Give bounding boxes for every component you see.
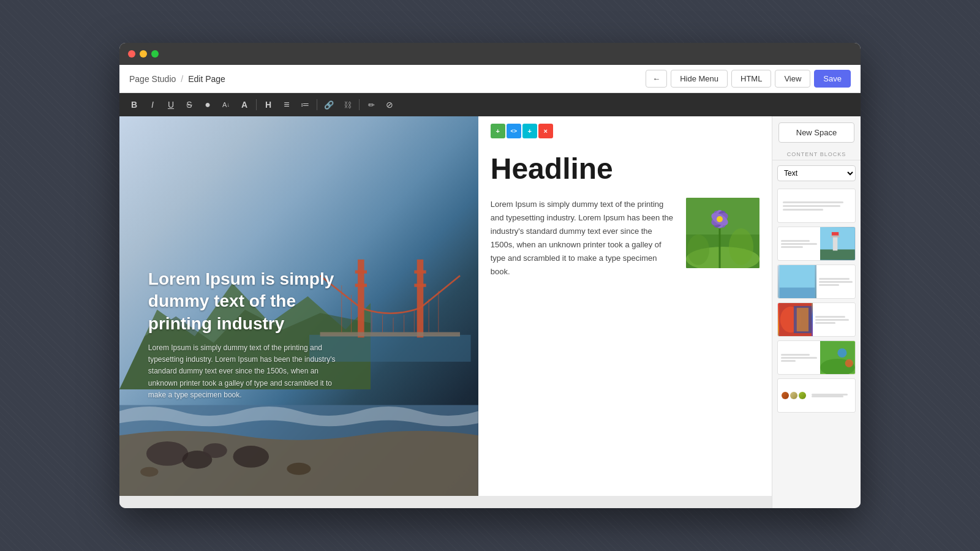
thumb-img-svg — [778, 265, 816, 298]
thumb-lighthouse-svg — [820, 227, 855, 260]
block-thumb-6[interactable] — [777, 378, 856, 413]
hero-content-right: + <> + × Headline Lorem Ipsum is simply … — [478, 116, 772, 496]
breadcrumb-root[interactable]: Page Studio — [129, 74, 176, 84]
thumb-text — [778, 227, 820, 260]
content-image — [686, 198, 760, 268]
svg-point-23 — [233, 446, 269, 468]
block-remove-button[interactable]: × — [538, 124, 553, 138]
thumb-3-content — [778, 265, 855, 298]
new-space-button[interactable]: New Space — [778, 122, 854, 143]
maximize-button[interactable] — [151, 50, 159, 58]
svg-point-54 — [845, 359, 853, 367]
italic-button[interactable]: I — [144, 97, 161, 113]
thumb-img-left-section — [778, 265, 816, 298]
back-button[interactable]: ← — [646, 70, 667, 88]
thumb-5-img — [820, 341, 855, 374]
block-plus-button[interactable]: + — [522, 124, 537, 138]
thumb-line — [781, 246, 803, 248]
font-size-down-button[interactable]: A↓ — [217, 97, 235, 113]
svg-rect-39 — [820, 249, 855, 260]
toolbar-divider-1 — [256, 99, 257, 110]
underline-button[interactable]: U — [162, 97, 179, 113]
svg-point-37 — [687, 234, 709, 265]
app-window: Page Studio / Edit Page ← Hide Menu HTML… — [119, 43, 861, 508]
heading-button[interactable]: H — [260, 97, 277, 113]
content-body-text[interactable]: Lorem Ipsum is simply dummy text of the … — [491, 198, 676, 279]
svg-point-53 — [838, 348, 847, 358]
block-code-button[interactable]: <> — [507, 124, 521, 138]
thumb-6-lines — [812, 394, 851, 397]
svg-rect-42 — [831, 236, 840, 238]
page-content: Lorem Ipsum is simply dummy text of the … — [119, 116, 772, 508]
strikethrough-button[interactable]: S — [181, 97, 198, 113]
minimize-button[interactable] — [140, 50, 147, 58]
block-thumb-5[interactable] — [777, 340, 856, 375]
thumb-line — [819, 281, 853, 283]
svg-rect-7 — [415, 271, 426, 274]
main-content: Lorem Ipsum is simply dummy text of the … — [119, 116, 861, 508]
canvas-area[interactable]: Lorem Ipsum is simply dummy text of the … — [119, 116, 772, 508]
thumb-5-content — [778, 341, 855, 374]
html-button[interactable]: HTML — [731, 70, 771, 88]
unlink-button[interactable]: ⛓ — [339, 97, 356, 113]
block-thumb-1[interactable] — [777, 189, 856, 223]
toolbar-divider-2 — [317, 99, 317, 110]
align-button[interactable]: ≡ — [278, 97, 295, 113]
svg-rect-6 — [355, 284, 367, 287]
breadcrumb: Page Studio / Edit Page — [129, 74, 225, 84]
link-button[interactable]: 🔗 — [320, 97, 337, 113]
thumb-5-text — [778, 341, 820, 374]
thumb-1-content — [778, 198, 855, 214]
block-thumb-2[interactable] — [777, 227, 856, 261]
thumb-line — [781, 357, 817, 359]
save-button[interactable]: Save — [814, 70, 851, 88]
svg-point-35 — [717, 216, 723, 222]
thumb-line — [815, 319, 849, 321]
close-button[interactable] — [128, 50, 135, 58]
color-button[interactable]: ✏ — [363, 97, 380, 113]
thumb-line — [781, 354, 810, 356]
svg-point-25 — [287, 462, 311, 474]
header-actions: ← Hide Menu HTML View Save — [646, 70, 851, 88]
thumb-circles — [782, 392, 806, 399]
thumb-4-content — [778, 303, 855, 336]
thumb-line — [783, 209, 823, 211]
list-button[interactable]: ≔ — [296, 97, 314, 113]
block-add-button[interactable]: + — [491, 124, 505, 138]
thumb-line — [783, 201, 843, 203]
thumb-line — [812, 395, 843, 397]
svg-point-22 — [203, 443, 227, 458]
thumb-image — [820, 227, 855, 260]
toolbar-divider-3 — [359, 99, 360, 110]
thumb-6-content — [778, 389, 855, 402]
content-blocks-label: CONTENT BLOCKS — [772, 149, 861, 160]
content-block: Headline Lorem Ipsum is simply dummy tex… — [491, 153, 760, 279]
block-thumbnails-list — [772, 186, 861, 415]
bold-button[interactable]: B — [126, 97, 143, 113]
hero-text-overlay: Lorem Ipsum is simply dummy text of the … — [148, 268, 345, 401]
block-thumb-3[interactable] — [777, 264, 856, 299]
svg-rect-41 — [832, 232, 839, 236]
traffic-lights — [128, 50, 159, 58]
thumb-colorful-svg — [778, 303, 813, 336]
highlight-button[interactable]: ● — [199, 97, 216, 113]
clear-format-button[interactable]: ⊘ — [381, 97, 398, 113]
content-type-select[interactable]: Text Image Video Gallery HTML — [777, 165, 856, 181]
thumb-line — [781, 360, 796, 362]
font-size-up-button[interactable]: A — [236, 97, 253, 113]
thumb-img-left-text — [816, 265, 855, 298]
hide-menu-button[interactable]: Hide Menu — [671, 70, 728, 88]
block-controls: + <> + × — [491, 124, 553, 138]
svg-rect-44 — [780, 288, 815, 298]
block-thumb-4[interactable] — [777, 302, 856, 337]
formatting-toolbar: B I U S ● A↓ A H ≡ ≔ 🔗 ⛓ ✏ ⊘ — [119, 93, 861, 116]
thumb-green-svg — [820, 341, 855, 374]
content-body: Lorem Ipsum is simply dummy text of the … — [491, 198, 760, 279]
thumb-4-img — [778, 303, 813, 336]
hero-section: Lorem Ipsum is simply dummy text of the … — [119, 116, 772, 496]
hero-image-left: Lorem Ipsum is simply dummy text of the … — [119, 116, 478, 496]
content-headline[interactable]: Headline — [491, 153, 760, 186]
view-button[interactable]: View — [775, 70, 810, 88]
thumb-line — [783, 205, 840, 207]
breadcrumb-separator: / — [181, 74, 183, 84]
